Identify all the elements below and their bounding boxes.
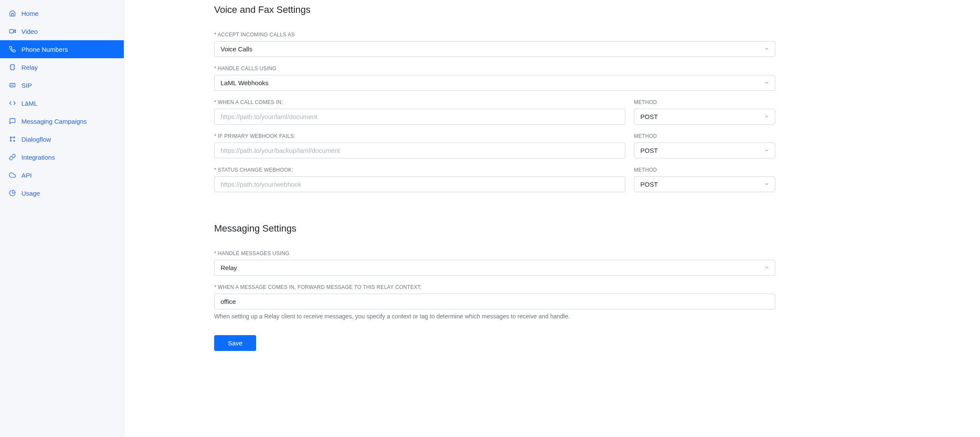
cloud-icon [9, 171, 16, 179]
sidebar-item-laml[interactable]: LāML [0, 94, 124, 112]
method-label: METHOD [634, 99, 775, 105]
relay-context-group: * WHEN A MESSAGE COMES IN, FORWARD MESSA… [214, 284, 775, 320]
sidebar-item-dialogflow[interactable]: Dialogflow [0, 130, 124, 148]
phone-icon [9, 45, 16, 53]
handle-messages-group: * HANDLE MESSAGES USING Relay [214, 250, 775, 276]
message-icon [9, 117, 16, 125]
status-input[interactable] [214, 176, 625, 192]
sidebar-item-label: Video [21, 28, 38, 35]
handle-messages-select[interactable]: Relay [214, 260, 775, 276]
relay-context-input[interactable] [214, 294, 775, 309]
sidebar: Home Video Phone Numbers Relay SIP [0, 0, 124, 437]
svg-point-14 [14, 140, 15, 142]
chart-icon [9, 189, 16, 197]
sidebar-item-phone-numbers[interactable]: Phone Numbers [0, 40, 124, 58]
call-in-method-select[interactable]: POST [634, 109, 775, 125]
sidebar-item-label: Messaging Campaigns [21, 118, 87, 125]
sip-icon [9, 81, 16, 89]
relay-context-help: When setting up a Relay client to receiv… [214, 313, 775, 320]
handle-calls-select[interactable]: LaML Webhooks [214, 75, 775, 91]
sidebar-item-label: Dialogflow [21, 136, 51, 143]
svg-marker-1 [14, 30, 16, 33]
link-icon [9, 153, 16, 161]
svg-rect-2 [11, 65, 14, 70]
svg-point-11 [10, 137, 12, 138]
sidebar-item-home[interactable]: Home [0, 4, 124, 22]
status-row: * STATUS CHANGE WEBHOOK: METHOD POST [214, 167, 775, 201]
relay-context-label: * WHEN A MESSAGE COMES IN, FORWARD MESSA… [214, 284, 775, 290]
relay-icon [9, 63, 16, 71]
messaging-section-title: Messaging Settings [214, 223, 775, 234]
flow-icon [9, 135, 16, 143]
home-icon [9, 9, 16, 17]
sidebar-item-label: API [21, 172, 32, 179]
sidebar-item-usage[interactable]: Usage [0, 184, 124, 202]
handle-calls-group: * HANDLE CALLS USING LaML Webhooks [214, 65, 775, 91]
accept-calls-label: * ACCEPT INCOMING CALLS AS [214, 32, 775, 38]
svg-rect-0 [9, 30, 13, 33]
status-label: * STATUS CHANGE WEBHOOK: [214, 167, 625, 173]
svg-point-13 [10, 140, 12, 142]
handle-calls-label: * HANDLE CALLS USING [214, 65, 775, 71]
sidebar-item-label: Usage [21, 190, 40, 197]
sidebar-item-messaging-campaigns[interactable]: Messaging Campaigns [0, 112, 124, 130]
svg-point-12 [14, 137, 15, 138]
code-icon [9, 99, 16, 107]
video-icon [9, 27, 16, 35]
handle-messages-label: * HANDLE MESSAGES USING [214, 250, 775, 256]
sidebar-item-label: LāML [21, 100, 38, 107]
accept-calls-group: * ACCEPT INCOMING CALLS AS Voice Calls [214, 32, 775, 57]
call-in-input[interactable] [214, 109, 625, 125]
method-label: METHOD [634, 167, 775, 173]
sidebar-item-label: Home [21, 10, 39, 17]
method-label: METHOD [634, 133, 775, 139]
sidebar-item-label: Integrations [21, 154, 55, 161]
call-in-row: * WHEN A CALL COMES IN: METHOD POST [214, 99, 775, 133]
backup-label: * IF PRIMARY WEBHOOK FAILS: [214, 133, 625, 139]
accept-calls-select[interactable]: Voice Calls [214, 41, 775, 57]
sidebar-item-label: SIP [21, 82, 32, 89]
sidebar-item-integrations[interactable]: Integrations [0, 148, 124, 166]
main-content: Voice and Fax Settings * ACCEPT INCOMING… [124, 0, 792, 437]
sidebar-item-api[interactable]: API [0, 166, 124, 184]
backup-row: * IF PRIMARY WEBHOOK FAILS: METHOD POST [214, 133, 775, 167]
status-method-select[interactable]: POST [634, 176, 775, 192]
sidebar-item-label: Relay [21, 64, 38, 71]
sidebar-item-sip[interactable]: SIP [0, 76, 124, 94]
save-button[interactable]: Save [214, 335, 256, 351]
voice-section-title: Voice and Fax Settings [214, 4, 775, 15]
call-in-label: * WHEN A CALL COMES IN: [214, 99, 625, 105]
sidebar-item-relay[interactable]: Relay [0, 58, 124, 76]
sidebar-item-video[interactable]: Video [0, 22, 124, 40]
sidebar-item-label: Phone Numbers [21, 46, 68, 53]
backup-input[interactable] [214, 143, 625, 158]
backup-method-select[interactable]: POST [634, 143, 775, 158]
